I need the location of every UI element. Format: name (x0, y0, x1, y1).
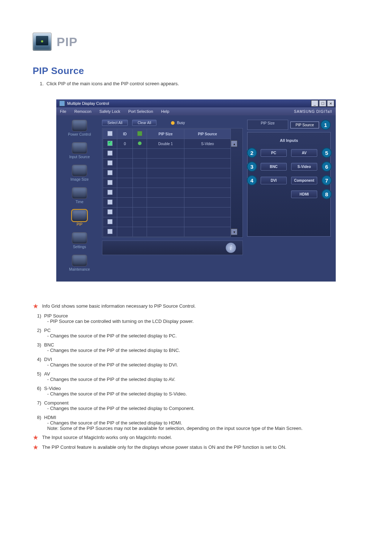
scroll-up-button[interactable]: ▴ (231, 140, 237, 147)
list-item: S-Video Changes the source of the PIP of… (37, 386, 359, 397)
item-label: AV (37, 371, 50, 377)
sidebar-item-image[interactable]: Image Size (70, 165, 89, 181)
panel-heading: All Inputs (250, 138, 327, 143)
input-icon (72, 142, 87, 154)
sidebar-item-power[interactable]: Power Control (68, 120, 91, 136)
intro-item: Click PIP of the main icons and the PIP … (45, 81, 359, 86)
cell-size: Double 1 (147, 139, 184, 149)
select-all-button[interactable]: Select All (102, 120, 128, 126)
pip-icon (33, 33, 52, 51)
window-title: Multiple Display Control (67, 101, 109, 106)
busy-label: Busy (177, 121, 185, 125)
table-header-row: ID PIP Size PIP Source (103, 129, 242, 139)
row-checkbox[interactable] (107, 160, 113, 165)
table-row (103, 188, 242, 198)
info-icon[interactable]: i (226, 243, 236, 253)
item-sub: Changes the source of the PIP of the sel… (47, 333, 359, 338)
table-row[interactable]: 0 Double 1 S-Video ▴ (103, 139, 242, 149)
info-text: Info Grid shows some basic information n… (42, 303, 196, 309)
source-pc-button[interactable]: PC (261, 149, 287, 157)
menu-safety-lock[interactable]: Safety Lock (99, 109, 120, 114)
footnote-2: ★ The PIP Control feature is available o… (33, 444, 359, 452)
row-checkbox[interactable] (107, 200, 113, 205)
window-titlebar: Multiple Display Control _ ☐ ✕ (56, 99, 336, 107)
source-dvi-button[interactable]: DVI (261, 177, 287, 184)
page-title: PIP (57, 35, 78, 49)
scroll-down-button[interactable]: ▾ (231, 229, 237, 235)
item-sub: PIP Source can be controlled with turnin… (47, 319, 359, 324)
tab-pip-source[interactable]: PIP Source (290, 122, 319, 128)
footnote-text: The Input source of MagicInfo works only… (42, 435, 172, 440)
sidebar-item-input[interactable]: Input Source (69, 142, 90, 159)
row-checkbox[interactable] (107, 209, 113, 214)
list-item: DVI Changes the source of the PIP of the… (37, 357, 359, 368)
cell-id: 0 (117, 139, 133, 149)
star-icon: ★ (33, 444, 38, 450)
sidebar-item-pip[interactable]: PIP (72, 210, 87, 226)
maximize-button[interactable]: ☐ (319, 100, 326, 107)
item-sub: Changes the source of the PIP of the sel… (47, 362, 359, 368)
callout-8: 8 (322, 189, 332, 199)
table-row (103, 208, 242, 217)
menu-file[interactable]: File (60, 109, 66, 114)
source-hdmi-button[interactable]: HDMI (291, 190, 317, 198)
source-bnc-button[interactable]: BNC (261, 163, 287, 171)
item-sub: Changes the source of the PIP of the sel… (47, 406, 359, 411)
callout-1: 1 (320, 120, 331, 130)
callout-3: 3 (247, 161, 257, 172)
sidebar-label: Power Control (68, 132, 91, 136)
app-screenshot: Multiple Display Control _ ☐ ✕ File Remo… (56, 99, 336, 282)
row-checkbox[interactable] (107, 151, 113, 156)
sidebar-label: Settings (73, 245, 86, 249)
source-av-button[interactable]: AV (291, 149, 317, 157)
info-star-row: ★ Info Grid shows some basic information… (33, 303, 359, 311)
sidebar-item-time[interactable]: Time (72, 187, 87, 204)
row-checkbox[interactable] (107, 229, 113, 234)
clear-all-button[interactable]: Clear All (132, 120, 156, 126)
row-checkbox[interactable] (107, 170, 113, 175)
callout-2: 2 (247, 148, 257, 158)
item-label: PIP Source (37, 313, 68, 319)
item-label: DVI (37, 357, 52, 362)
busy-dot-icon (171, 121, 175, 125)
table-row (103, 149, 242, 159)
item-sub: Changes the source of the PIP of the sel… (47, 391, 359, 397)
list-item: PC Changes the source of the PIP of the … (37, 328, 359, 338)
row-checkbox[interactable] (107, 219, 113, 224)
sidebar-item-maintenance[interactable]: Maintenance (69, 255, 90, 271)
callout-5: 5 (322, 148, 332, 158)
tab-pip-size[interactable]: PIP Size (247, 120, 288, 130)
minimize-button[interactable]: _ (311, 100, 318, 107)
time-icon (72, 187, 87, 199)
menu-help[interactable]: Help (161, 109, 170, 114)
sidebar-label: Input Source (69, 155, 90, 159)
row-checkbox[interactable] (107, 180, 113, 185)
col-id: ID (117, 129, 133, 139)
menu-port-selection[interactable]: Port Selection (128, 109, 153, 114)
table-toolbar: Select All Clear All Busy (102, 120, 243, 126)
col-pip-source: PIP Source (184, 129, 231, 139)
info-grid: ID PIP Size PIP Source 0 Double 1 S-Vide… (102, 128, 243, 238)
table-row (103, 178, 242, 188)
row-checkbox[interactable] (107, 141, 113, 146)
callout-4: 4 (247, 175, 257, 185)
right-panel: PIP Size PIP Source 1 All Inputs 2 PC AV… (247, 120, 331, 277)
item-label: Component (37, 400, 69, 406)
sidebar-label: PIP (77, 222, 82, 226)
footnote-1: ★ The Input source of MagicInfo works on… (33, 435, 359, 442)
table-row (103, 159, 242, 168)
settings-icon (72, 232, 87, 244)
menubar: File Remocon Safety Lock Port Selection … (56, 107, 336, 115)
item-label: PC (37, 328, 51, 333)
table-row (103, 217, 242, 227)
sidebar-item-settings[interactable]: Settings (72, 232, 87, 249)
header-checkbox-icon[interactable] (107, 131, 113, 136)
close-button[interactable]: ✕ (327, 100, 334, 107)
source-svideo-button[interactable]: S-Video (291, 163, 317, 171)
row-checkbox[interactable] (107, 190, 113, 195)
menu-remocon[interactable]: Remocon (74, 109, 91, 114)
source-component-button[interactable]: Component (291, 177, 317, 184)
maintenance-icon (72, 255, 87, 266)
status-col-icon (137, 131, 142, 136)
sidebar-label: Maintenance (69, 267, 90, 271)
